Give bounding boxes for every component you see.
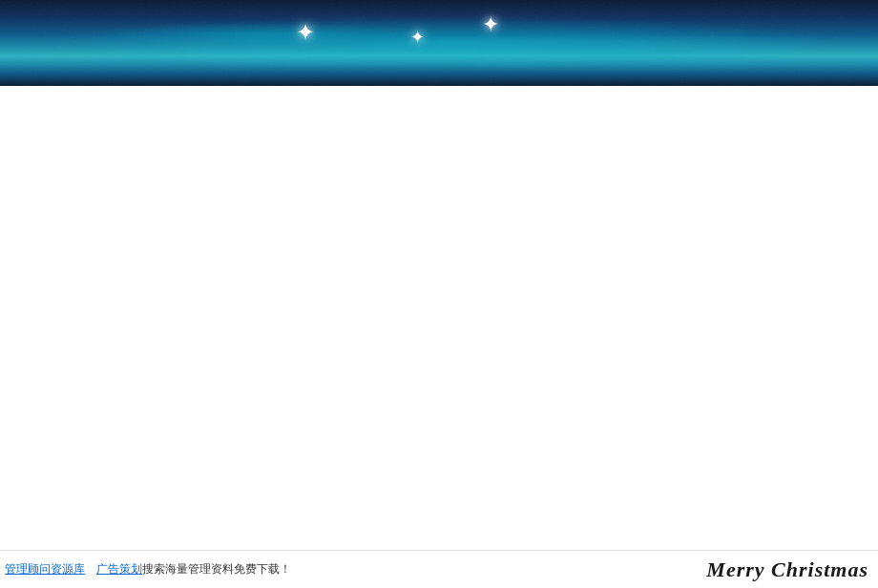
footer-static-text: 搜索海量管理资料免费下载！: [142, 561, 291, 578]
star-3: ✦: [482, 14, 499, 35]
main-content: [0, 86, 878, 550]
footer-link-1[interactable]: 管理顾问资源库: [5, 561, 85, 578]
footer-links: 管理顾问资源库 广告策划 搜索海量管理资料免费下载！: [5, 561, 291, 578]
footer-separator-1: [85, 561, 96, 578]
star-1: ✦: [296, 21, 315, 44]
merry-christmas-text: Merry Christmas: [706, 557, 868, 582]
footer-bar: 管理顾问资源库 广告策划 搜索海量管理资料免费下载！ Merry Christm…: [0, 550, 878, 588]
footer-link-2[interactable]: 广告策划: [96, 561, 142, 578]
star-2: ✦: [410, 29, 425, 46]
header-banner: ✦ ✦ ✦: [0, 0, 878, 86]
